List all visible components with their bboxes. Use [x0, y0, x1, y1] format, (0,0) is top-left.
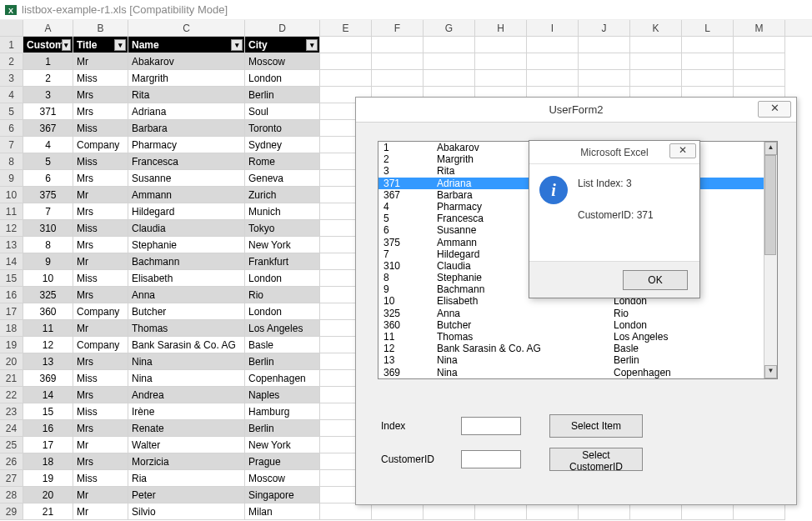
messagebox-ok-button[interactable]: OK — [623, 270, 688, 290]
cell[interactable]: Francesca — [128, 153, 245, 170]
row-number[interactable]: 12 — [0, 220, 23, 237]
cell[interactable]: Anna — [128, 287, 245, 303]
row-number[interactable]: 6 — [0, 120, 23, 137]
cell[interactable] — [424, 53, 475, 70]
customerid-input[interactable] — [461, 450, 521, 468]
cell[interactable]: Adriana — [128, 103, 245, 120]
filter-dropdown-icon[interactable]: ▾ — [62, 39, 71, 51]
cell[interactable]: New York — [245, 237, 320, 253]
column-header[interactable]: M — [734, 20, 785, 36]
cell[interactable]: 12 — [23, 337, 73, 353]
cell[interactable]: 7 — [23, 203, 73, 220]
cell[interactable] — [630, 53, 682, 70]
cell[interactable]: Claudia — [128, 220, 245, 237]
cell[interactable]: 17 — [23, 437, 73, 453]
cell[interactable]: Mr — [73, 187, 128, 203]
cell[interactable] — [372, 37, 424, 53]
cell[interactable] — [682, 37, 734, 53]
cell[interactable]: Miss — [73, 70, 128, 87]
cell[interactable]: Company — [73, 303, 128, 320]
cell[interactable]: 1 — [23, 53, 73, 70]
messagebox-close-button[interactable]: ✕ — [669, 143, 696, 158]
row-number[interactable]: 2 — [0, 53, 23, 70]
column-header[interactable]: B — [73, 20, 128, 36]
scroll-down-button[interactable]: ▼ — [764, 365, 777, 378]
cell[interactable]: 367 — [23, 120, 73, 137]
cell[interactable]: Company — [73, 137, 128, 153]
cell[interactable]: London — [245, 70, 320, 87]
cell[interactable]: Miss — [73, 370, 128, 387]
cell[interactable]: Naples — [245, 387, 320, 403]
cell[interactable]: Thomas — [128, 320, 245, 337]
cell[interactable]: 5 — [23, 153, 73, 170]
cell[interactable]: Nina — [128, 370, 245, 387]
column-header[interactable]: G — [424, 20, 475, 36]
cell[interactable]: Mrs — [73, 287, 128, 303]
cell[interactable]: 310 — [23, 220, 73, 237]
cell[interactable] — [527, 503, 579, 520]
row-number[interactable]: 15 — [0, 270, 23, 287]
cell[interactable]: 2 — [23, 70, 73, 87]
column-header[interactable]: D — [245, 20, 320, 36]
row-number[interactable]: 25 — [0, 437, 23, 453]
cell[interactable]: Mr — [73, 437, 128, 453]
cell[interactable] — [630, 503, 682, 520]
cell[interactable]: Basle — [245, 337, 320, 353]
cell[interactable]: Mrs — [73, 170, 128, 187]
cell[interactable]: Mrs — [73, 87, 128, 103]
table-header-b[interactable]: Title▾ — [73, 37, 128, 53]
cell[interactable]: Berlin — [245, 353, 320, 370]
cell[interactable] — [475, 53, 527, 70]
cell[interactable]: Hildegard — [128, 203, 245, 220]
cell[interactable] — [527, 70, 579, 87]
select-customerid-button[interactable]: Select CustomerID — [549, 448, 643, 471]
cell[interactable] — [320, 503, 372, 520]
cell[interactable]: Mrs — [73, 387, 128, 403]
cell[interactable] — [579, 70, 630, 87]
filter-dropdown-icon[interactable]: ▾ — [114, 39, 126, 51]
cell[interactable]: 9 — [23, 253, 73, 270]
cell[interactable]: London — [245, 270, 320, 287]
scroll-up-button[interactable]: ▲ — [764, 142, 777, 155]
cell[interactable] — [475, 37, 527, 53]
cell[interactable]: Mrs — [73, 203, 128, 220]
cell[interactable]: New York — [245, 437, 320, 453]
cell[interactable]: 325 — [23, 287, 73, 303]
cell[interactable]: Elisabeth — [128, 270, 245, 287]
cell[interactable]: Geneva — [245, 170, 320, 187]
cell[interactable]: Los Angeles — [245, 320, 320, 337]
cell[interactable]: Miss — [73, 120, 128, 137]
cell[interactable] — [579, 37, 630, 53]
cell[interactable]: 369 — [23, 370, 73, 387]
listbox-item[interactable]: 325AnnaRio — [378, 308, 777, 319]
column-header[interactable]: L — [682, 20, 734, 36]
column-header[interactable]: I — [527, 20, 579, 36]
cell[interactable] — [579, 503, 630, 520]
cell[interactable]: 14 — [23, 387, 73, 403]
cell[interactable]: Peter — [128, 487, 245, 503]
cell[interactable] — [734, 70, 785, 87]
cell[interactable] — [579, 53, 630, 70]
cell[interactable]: Mrs — [73, 353, 128, 370]
column-header[interactable]: F — [372, 20, 424, 36]
cell[interactable]: Andrea — [128, 387, 245, 403]
cell[interactable]: Mrs — [73, 453, 128, 470]
cell[interactable]: Bachmann — [128, 253, 245, 270]
cell[interactable] — [682, 70, 734, 87]
column-header[interactable]: H — [475, 20, 527, 36]
column-header[interactable]: A — [23, 20, 73, 36]
cell[interactable]: Milan — [245, 503, 320, 520]
row-number[interactable]: 9 — [0, 170, 23, 187]
cell[interactable]: Soul — [245, 103, 320, 120]
cell[interactable]: 13 — [23, 353, 73, 370]
cell[interactable]: Tokyo — [245, 220, 320, 237]
row-number[interactable]: 16 — [0, 287, 23, 303]
column-header[interactable]: J — [579, 20, 630, 36]
cell[interactable]: Susanne — [128, 170, 245, 187]
cell[interactable]: Mrs — [73, 420, 128, 437]
cell[interactable]: Ammann — [128, 187, 245, 203]
row-number[interactable]: 18 — [0, 320, 23, 337]
cell[interactable]: Moscow — [245, 53, 320, 70]
messagebox-titlebar[interactable]: Microsoft Excel ✕ — [529, 141, 699, 164]
cell[interactable]: Miss — [73, 270, 128, 287]
